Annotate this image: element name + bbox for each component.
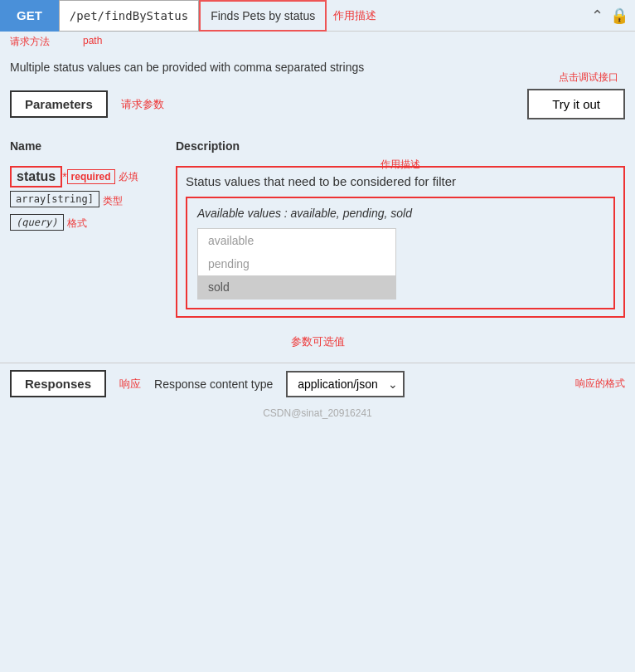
lock-icon: 🔒 [610, 7, 628, 25]
annotation-type: 类型 [103, 194, 123, 208]
annotation-try-it: 点击调试接口 [552, 71, 625, 85]
annotation-description: 作用描述 [381, 158, 420, 172]
top-bar-actions: ⌃ 🔒 [591, 7, 635, 25]
param-type: array[string] [10, 191, 99, 207]
option-available[interactable]: available [198, 229, 395, 252]
param-description: Status values that need to be considered… [186, 174, 615, 188]
option-pending[interactable]: pending [198, 252, 395, 275]
col-name-header: Name [10, 139, 176, 153]
required-badge: required [67, 169, 115, 184]
table-header-row: Name Description [10, 136, 625, 156]
responses-section: Responses 响应 Response content type appli… [0, 363, 635, 404]
params-table-area: Name Description status * required 必填 ar… [0, 126, 635, 356]
param-location: (query) [10, 214, 64, 231]
param-name: status [10, 166, 62, 187]
col-desc-header: Description [176, 139, 625, 153]
responses-annotation: 响应 [119, 377, 141, 392]
description-line: Multiple status values can be provided w… [0, 52, 635, 82]
response-content-type-select-wrap[interactable]: application/json ⌄ [286, 371, 405, 397]
status-select-box[interactable]: available pending sold [197, 228, 396, 299]
watermark: CSDN@sinat_20916241 [0, 404, 635, 421]
parameters-header: Parameters 请求参数 点击调试接口 Try it out [0, 82, 635, 126]
annotation-format: 格式 [67, 217, 87, 231]
collapse-icon[interactable]: ⌃ [591, 7, 603, 25]
responses-label: Responses [10, 370, 106, 397]
summary-text: Finds Pets by status [199, 0, 327, 32]
option-sold[interactable]: sold [198, 275, 395, 299]
annotation-required: 必填 [119, 170, 138, 184]
optional-annotation: 参数可选值 [10, 328, 625, 356]
available-values-box: Available values : available, pending, s… [186, 197, 615, 309]
param-right-col: 作用描述 Status values that need to be consi… [176, 166, 625, 318]
top-bar: GET /pet/findByStatus Finds Pets by stat… [0, 0, 635, 32]
annotation-method: 请求方法 [10, 35, 50, 49]
method-badge: GET [0, 0, 59, 32]
annotation-summary: 作用描述 [327, 8, 383, 23]
response-content-type-select[interactable]: application/json [286, 371, 405, 397]
available-values-title: Available values : available, pending, s… [197, 207, 603, 220]
annotation-path: path [83, 35, 102, 49]
param-left-col: status * required 必填 array[string] 类型 (q… [10, 166, 176, 318]
path-text: /pet/findByStatus [59, 0, 199, 32]
sub-annotation-row: 请求方法 path [0, 32, 635, 52]
parameters-annotation: 请求参数 [121, 97, 164, 112]
parameters-label: Parameters [10, 90, 108, 118]
param-row-status: status * required 必填 array[string] 类型 (q… [10, 156, 625, 328]
try-it-out-button[interactable]: Try it out [527, 89, 625, 119]
annotation-response-format: 响应的格式 [575, 377, 625, 391]
response-content-type-label: Response content type [154, 377, 273, 391]
